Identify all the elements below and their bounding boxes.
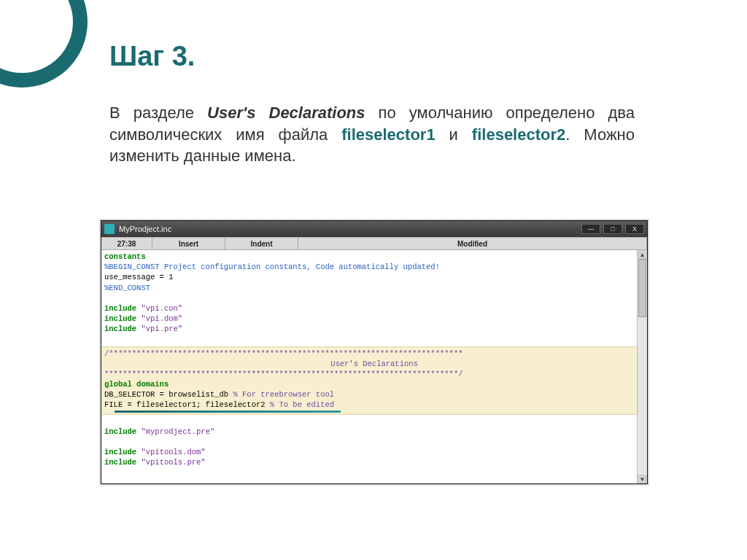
status-modified: Modified bbox=[298, 238, 647, 249]
highlighted-block: /***************************************… bbox=[101, 346, 647, 415]
code-keyword: constants bbox=[104, 252, 146, 261]
text-segment: и bbox=[436, 125, 472, 144]
code-string: "vpi.pre" bbox=[141, 324, 182, 333]
window-titlebar[interactable]: MyProdject.inc — □ X bbox=[101, 221, 647, 237]
code-keyword: include bbox=[104, 314, 141, 323]
scrollbar-thumb[interactable] bbox=[638, 259, 646, 317]
editor-window: MyProdject.inc — □ X 27:38 Insert Indent… bbox=[101, 220, 648, 484]
code-string: "vpi.con" bbox=[141, 304, 182, 313]
window-title: MyProdject.inc bbox=[119, 225, 171, 233]
code-keyword: include bbox=[104, 324, 141, 333]
vertical-scrollbar[interactable]: ▲ ▼ bbox=[637, 250, 647, 483]
close-button[interactable]: X bbox=[625, 224, 644, 234]
code-comment-header: User's Declarations bbox=[104, 359, 644, 369]
keyword-fileselector2: fileselector2 bbox=[472, 125, 565, 144]
code-line: DB_SELECTOR = browselist_db bbox=[104, 390, 233, 399]
code-string: "vpitools.pre" bbox=[141, 458, 205, 467]
code-string: "vpi.dom" bbox=[141, 314, 182, 323]
code-comment: ****************************************… bbox=[104, 369, 644, 379]
code-keyword: include bbox=[104, 448, 141, 456]
status-indent-mode: Indent bbox=[225, 238, 298, 249]
status-insert-mode: Insert bbox=[152, 238, 225, 249]
scroll-up-arrow-icon[interactable]: ▲ bbox=[638, 250, 647, 259]
underline-highlight bbox=[115, 411, 341, 413]
status-cursor-position: 27:38 bbox=[101, 238, 152, 249]
app-icon bbox=[104, 224, 115, 234]
code-comment: /***************************************… bbox=[104, 349, 644, 359]
slide-title: Шаг 3. bbox=[109, 41, 195, 72]
text-segment: В разделе bbox=[109, 104, 207, 122]
emphasis-users-declarations: User's Declarations bbox=[207, 104, 365, 122]
code-string: "vpitools.dom" bbox=[141, 448, 205, 456]
code-area[interactable]: constants %BEGIN_CONST Project configura… bbox=[101, 250, 647, 483]
code-keyword: include bbox=[104, 458, 141, 467]
code-comment: % For treebrowser tool bbox=[233, 390, 334, 399]
code-line: use_message = 1 bbox=[104, 272, 644, 282]
slide-body-text: В разделе User's Declarations по умолчан… bbox=[109, 102, 635, 167]
code-string: "myprodject.pre" bbox=[141, 427, 214, 436]
minimize-button[interactable]: — bbox=[581, 224, 600, 234]
code-directive: %BEGIN_CONST Project configuration const… bbox=[104, 262, 644, 272]
code-keyword: include bbox=[104, 304, 141, 313]
scroll-down-arrow-icon[interactable]: ▼ bbox=[638, 475, 647, 483]
code-line: FILE = fileselector1; fileselector2 bbox=[104, 400, 270, 409]
keyword-fileselector1: fileselector1 bbox=[341, 125, 435, 144]
code-comment: % To be edited bbox=[270, 400, 334, 409]
code-keyword: include bbox=[104, 427, 141, 436]
editor-statusbar: 27:38 Insert Indent Modified bbox=[101, 237, 647, 250]
code-keyword: global domains bbox=[104, 380, 169, 389]
code-directive: %END_CONST bbox=[104, 283, 644, 293]
maximize-button[interactable]: □ bbox=[603, 224, 622, 234]
slide-corner-decoration bbox=[0, 0, 88, 88]
